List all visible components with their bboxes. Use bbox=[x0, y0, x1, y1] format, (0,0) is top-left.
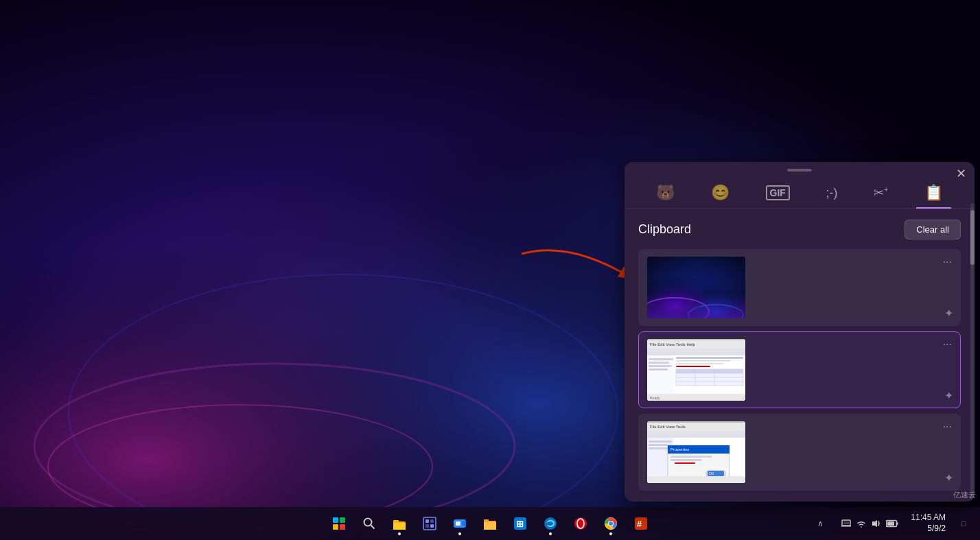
taskbar-zoom-button[interactable] bbox=[446, 510, 474, 537]
item-2-pin-button[interactable]: ✦ bbox=[944, 389, 953, 402]
svg-rect-17 bbox=[647, 349, 745, 355]
clock-date: 5/9/2 bbox=[911, 524, 946, 535]
taskbar-search-button[interactable] bbox=[355, 510, 383, 537]
clock-time: 11:45 AM bbox=[911, 513, 946, 524]
svg-rect-27 bbox=[676, 366, 710, 367]
battery-icon bbox=[886, 519, 898, 528]
taskbar-chrome-button[interactable] bbox=[597, 510, 625, 537]
taskbar-store-button[interactable]: ⊞ bbox=[506, 510, 534, 537]
edge-icon bbox=[543, 516, 558, 531]
svg-rect-56 bbox=[647, 476, 745, 483]
svg-rect-66 bbox=[430, 524, 434, 528]
watermark: 亿速云 bbox=[949, 489, 980, 502]
clipboard-item-3-actions: ··· bbox=[942, 420, 953, 434]
svg-rect-39 bbox=[647, 421, 745, 423]
clipboard-items-list: ··· ✦ File Edit View Tools Help bbox=[638, 249, 961, 491]
svg-rect-41 bbox=[647, 431, 745, 438]
clipboard-section: Clipboard Clear all bbox=[625, 209, 975, 502]
svg-line-58 bbox=[371, 525, 374, 528]
svg-rect-84 bbox=[841, 526, 851, 527]
clipboard-title: Clipboard bbox=[638, 222, 691, 237]
windows-logo-icon bbox=[333, 517, 345, 530]
taskbar-notification-button[interactable]: □ bbox=[953, 510, 975, 537]
files-icon bbox=[482, 516, 498, 531]
svg-rect-15 bbox=[647, 339, 745, 340]
clipboard-thumb-2: File Edit View Tools Help bbox=[647, 339, 745, 401]
clipboard-item-3[interactable]: File Edit View Tools Properties bbox=[638, 414, 961, 491]
search-icon bbox=[362, 517, 376, 530]
svg-rect-65 bbox=[425, 524, 429, 528]
item-3-pin-button[interactable]: ✦ bbox=[944, 471, 953, 484]
wifi-icon bbox=[856, 518, 867, 529]
svg-text:⊞: ⊞ bbox=[516, 519, 524, 529]
taskbar-explorer-button[interactable] bbox=[386, 510, 413, 537]
svg-rect-85 bbox=[843, 521, 849, 524]
item-1-more-button[interactable]: ··· bbox=[942, 255, 953, 269]
svg-text:Properties: Properties bbox=[670, 447, 689, 451]
system-clock[interactable]: 11:45 AM 5/9/2 bbox=[905, 511, 951, 535]
tab-kaomoji[interactable]: 🐻 bbox=[648, 178, 683, 209]
tab-clipboard[interactable]: 📋 bbox=[916, 178, 951, 209]
svg-text:#: # bbox=[637, 519, 642, 529]
win-logo-cell-4 bbox=[340, 524, 345, 530]
ms-store-icon: ⊞ bbox=[513, 516, 528, 531]
tab-symbols[interactable]: ✂+ bbox=[865, 180, 896, 207]
svg-rect-26 bbox=[676, 363, 724, 364]
tab-emoticon[interactable]: ;-) bbox=[818, 180, 846, 207]
tab-gif[interactable]: GIF bbox=[758, 180, 798, 207]
clipboard-item-1[interactable]: ··· ✦ bbox=[638, 249, 961, 326]
svg-rect-44 bbox=[649, 441, 672, 443]
chevron-up-icon: ∧ bbox=[817, 519, 824, 528]
clipboard-item-2-actions: ··· bbox=[942, 338, 953, 351]
notification-icon: □ bbox=[961, 519, 966, 528]
win-logo-cell-2 bbox=[340, 517, 345, 523]
svg-rect-24 bbox=[676, 357, 743, 359]
opera-icon bbox=[573, 516, 588, 531]
item-2-more-button[interactable]: ··· bbox=[942, 338, 953, 351]
panel-scrollbar-thumb[interactable] bbox=[970, 210, 975, 265]
svg-rect-10 bbox=[647, 257, 745, 318]
clipboard-thumb-1 bbox=[647, 257, 745, 318]
taskbar-edge-button[interactable] bbox=[537, 510, 564, 537]
svg-point-11 bbox=[647, 298, 709, 318]
svg-point-75 bbox=[544, 517, 557, 530]
svg-rect-52 bbox=[675, 462, 695, 464]
volume-icon bbox=[871, 518, 882, 529]
svg-rect-25 bbox=[676, 360, 731, 362]
taskbar-start-button[interactable] bbox=[325, 510, 353, 537]
network-icon bbox=[841, 518, 852, 529]
taskbar-show-hidden-icons[interactable]: ∧ bbox=[806, 510, 834, 537]
taskbar-hashtag-button[interactable]: # bbox=[627, 510, 655, 537]
drag-bar bbox=[787, 169, 812, 172]
panel-drag-handle[interactable] bbox=[625, 162, 975, 176]
panel-close-button[interactable]: ✕ bbox=[956, 167, 966, 180]
item-1-pin-button[interactable]: ✦ bbox=[944, 307, 953, 320]
clear-all-button[interactable]: Clear all bbox=[905, 220, 961, 239]
svg-text:File Edit View Tools: File Edit View Tools bbox=[650, 425, 686, 429]
svg-rect-51 bbox=[670, 459, 701, 461]
panel-scrollbar[interactable] bbox=[970, 203, 975, 502]
zoom-dot bbox=[458, 532, 461, 535]
svg-rect-63 bbox=[425, 519, 429, 523]
taskbar-files-button[interactable] bbox=[476, 510, 504, 537]
svg-rect-29 bbox=[676, 369, 743, 373]
svg-text:Ready: Ready bbox=[650, 396, 660, 400]
emoji-clipboard-panel: ✕ 🐻 😊 GIF ;-) ✂+ 📋 Clipboard Clear all bbox=[625, 162, 975, 502]
winui-icon bbox=[422, 516, 437, 531]
svg-rect-23 bbox=[649, 368, 668, 371]
taskbar-winui-button[interactable] bbox=[416, 510, 443, 537]
svg-rect-50 bbox=[670, 456, 712, 458]
svg-rect-22 bbox=[649, 365, 672, 367]
taskbar-center: ⊞ bbox=[325, 510, 655, 537]
svg-rect-64 bbox=[430, 519, 434, 523]
item-3-more-button[interactable]: ··· bbox=[942, 420, 953, 434]
svg-rect-60 bbox=[393, 523, 406, 530]
tab-emoji[interactable]: 😊 bbox=[703, 178, 738, 209]
clipboard-thumb-3: File Edit View Tools Properties bbox=[647, 421, 745, 483]
system-tray-group[interactable] bbox=[835, 510, 904, 537]
svg-rect-21 bbox=[649, 362, 669, 364]
clipboard-item-2[interactable]: File Edit View Tools Help bbox=[638, 331, 961, 408]
svg-point-12 bbox=[688, 305, 743, 318]
taskbar-opera-button[interactable] bbox=[567, 510, 594, 537]
svg-rect-89 bbox=[887, 521, 894, 526]
